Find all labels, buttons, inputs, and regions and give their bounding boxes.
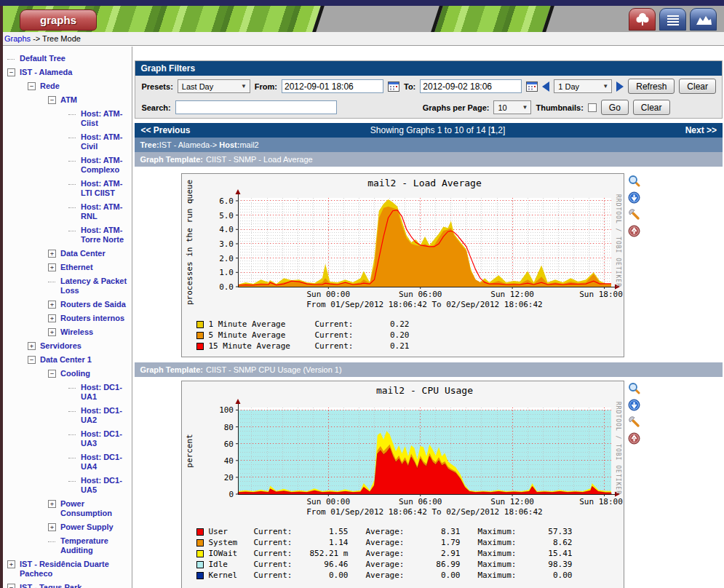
- expand-icon[interactable]: +: [7, 560, 15, 568]
- load-average-graph[interactable]: 0.01.02.03.04.05.06.0Sun 00:00Sun 06:00S…: [181, 173, 624, 357]
- collapse-icon[interactable]: −: [28, 356, 36, 364]
- tree-item-host-atm-ciist[interactable]: Host: ATM-Ciist: [6, 107, 129, 130]
- tree-item-servidores[interactable]: +Servidores: [6, 339, 129, 353]
- thumbnails-checkbox[interactable]: [588, 103, 597, 112]
- collapse-icon[interactable]: −: [48, 370, 56, 378]
- go-button[interactable]: Go: [601, 100, 629, 115]
- legend-stat-value: 0.20: [361, 330, 409, 340]
- tree-item-host-atm-lti-ciist[interactable]: Host: ATM-LTI CIIST: [6, 177, 129, 200]
- legend-swatch: [196, 550, 204, 557]
- legend-series-name: System: [208, 538, 253, 547]
- expand-icon[interactable]: +: [48, 263, 56, 271]
- clear-search-button[interactable]: Clear: [633, 100, 670, 115]
- legend-row-idle: IdleCurrent:96.46Average:86.99Maximum:98…: [196, 559, 624, 570]
- to-date-input[interactable]: [420, 79, 522, 93]
- tree-item-ist-tagus-park[interactable]: −IST - Tagus Park: [6, 581, 129, 588]
- tree-item-power-consumption[interactable]: +Power Consumption: [6, 497, 129, 520]
- legend-stat-key: Average:: [365, 560, 412, 569]
- timespan-select[interactable]: 1 Day: [554, 79, 612, 93]
- collapse-icon[interactable]: −: [48, 96, 56, 104]
- tree-item-host-dc1-ua3[interactable]: Host: DC1-UA3: [6, 427, 129, 450]
- tree-item-label: Host: ATM-Complexo: [81, 156, 129, 175]
- tree-item-host-atm-torre-norte[interactable]: Host: ATM-Torre Norte: [6, 223, 129, 247]
- tree-item-label: Host: DC1-UA3: [81, 429, 129, 448]
- tree-item-ist-alameda[interactable]: −IST - Alameda: [6, 65, 129, 79]
- legend-stat-value: 98.39: [524, 560, 572, 569]
- tree-item-power-supply[interactable]: +Power Supply: [6, 520, 129, 534]
- tree-item-rede[interactable]: −Rede: [6, 79, 129, 93]
- csv-export-icon[interactable]: [628, 399, 640, 411]
- legend-series-name: 15 Minute Average: [208, 341, 314, 351]
- tree-item-label: Data Center 1: [40, 355, 92, 365]
- search-input[interactable]: [175, 100, 337, 114]
- host-value: mail2: [239, 140, 258, 149]
- shift-time-back-icon[interactable]: [542, 82, 549, 92]
- svg-text:mail2 - Load Average: mail2 - Load Average: [368, 178, 482, 188]
- graph-icon: [694, 11, 713, 28]
- from-date-input[interactable]: [282, 79, 383, 93]
- clear-button[interactable]: Clear: [679, 79, 716, 94]
- presets-select[interactable]: Last Day: [178, 79, 250, 93]
- tree-item-host-atm-complexo[interactable]: Host: ATM-Complexo: [6, 154, 129, 177]
- pager-page-2-link[interactable]: 2: [498, 125, 503, 135]
- cpu-usage-graph[interactable]: 020406080100Sun 00:00Sun 06:00Sun 12:00S…: [181, 381, 624, 588]
- expand-icon[interactable]: +: [28, 342, 36, 350]
- tree-item-wireless[interactable]: +Wireless: [6, 325, 129, 339]
- tree-item-cooling[interactable]: −Cooling: [6, 367, 129, 381]
- refresh-button[interactable]: Refresh: [628, 79, 675, 94]
- collapse-icon[interactable]: −: [7, 68, 15, 76]
- tree-item-host-atm-civil[interactable]: Host: ATM-Civil: [6, 130, 129, 154]
- collapse-icon[interactable]: −: [7, 584, 15, 588]
- tree-item-label: Wireless: [60, 327, 93, 337]
- shift-time-forward-icon[interactable]: [616, 82, 624, 92]
- legend-swatch: [196, 332, 204, 339]
- expand-icon[interactable]: +: [48, 328, 56, 336]
- tree-item-latency-packet-loss[interactable]: Latency & Packet Loss: [6, 274, 129, 298]
- breadcrumb-graphs-link[interactable]: Graphs: [4, 34, 31, 43]
- tree-item-data-center[interactable]: +Data Center: [6, 247, 129, 261]
- tree-view-tab[interactable]: [629, 8, 656, 31]
- tree-item-routers-internos[interactable]: +Routers internos: [6, 311, 129, 325]
- tree-item-temperature-auditing[interactable]: Temperature Auditing: [6, 534, 129, 557]
- expand-icon[interactable]: +: [48, 314, 56, 322]
- legend-series-name: User: [208, 527, 253, 536]
- tree-item-host-dc1-ua4[interactable]: Host: DC1-UA4: [6, 450, 129, 474]
- csv-export-icon[interactable]: [628, 191, 640, 204]
- tree-item-data-center-1[interactable]: −Data Center 1: [6, 353, 129, 367]
- zoom-graph-icon[interactable]: [628, 382, 640, 394]
- page-top-icon[interactable]: [628, 225, 640, 237]
- expand-icon[interactable]: +: [48, 301, 56, 309]
- page-top-icon[interactable]: [628, 432, 640, 445]
- expand-icon[interactable]: +: [48, 250, 56, 258]
- svg-text:20: 20: [224, 473, 234, 482]
- graph-source-icon[interactable]: [628, 416, 640, 428]
- graph-legend: UserCurrent:1.55Average:8.31Maximum:57.3…: [182, 526, 624, 581]
- tree-item-default-tree[interactable]: Default Tree: [6, 52, 129, 65]
- tree-item-atm[interactable]: −ATM: [6, 93, 129, 107]
- to-calendar-icon[interactable]: [526, 81, 538, 92]
- next-link[interactable]: Next >>: [685, 125, 717, 135]
- from-calendar-icon[interactable]: [388, 81, 399, 92]
- zoom-graph-icon[interactable]: [628, 175, 640, 187]
- list-icon: [664, 11, 682, 28]
- tree-item-host-dc1-ua2[interactable]: Host: DC1-UA2: [6, 404, 129, 427]
- tree-item-ethernet[interactable]: +Ethernet: [6, 261, 129, 274]
- expand-icon[interactable]: +: [48, 523, 56, 531]
- tree-item-label: Latency & Packet Loss: [60, 277, 129, 295]
- tree-connector: [68, 411, 76, 412]
- previous-link[interactable]: << Previous: [140, 125, 190, 135]
- tree-item-ist-resid-ncia-duarte-pacheco[interactable]: +IST - Residência Duarte Pacheco: [6, 557, 129, 581]
- list-view-tab[interactable]: [659, 8, 686, 31]
- graph-source-icon[interactable]: [628, 208, 640, 220]
- tree-item-label: IST - Alameda: [20, 68, 72, 77]
- tree-item-host-dc1-ua1[interactable]: Host: DC1-UA1: [6, 381, 129, 404]
- tree-item-routers-de-saida[interactable]: +Routers de Saida: [6, 298, 129, 311]
- tree-item-host-dc1-ua5[interactable]: Host: DC1-UA5: [6, 474, 129, 497]
- collapse-icon[interactable]: −: [28, 82, 36, 90]
- preview-view-tab[interactable]: [690, 8, 717, 31]
- expand-icon[interactable]: +: [48, 500, 56, 508]
- legend-stat-value: 852.21 m: [300, 549, 348, 558]
- per-page-select[interactable]: 10: [493, 100, 531, 114]
- graphs-tab[interactable]: graphs: [20, 9, 97, 31]
- tree-item-host-atm-rnl[interactable]: Host: ATM-RNL: [6, 200, 129, 223]
